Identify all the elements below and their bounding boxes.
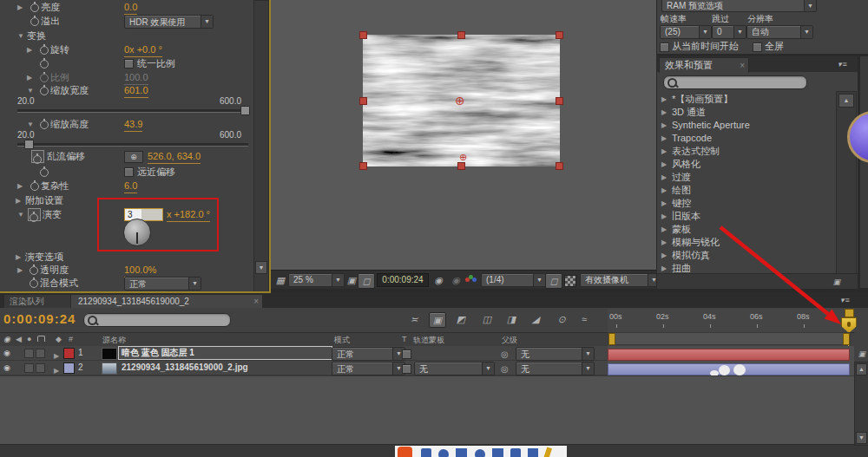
effects-category[interactable]: 模拟仿真 <box>672 249 710 262</box>
overflow-dropdown[interactable]: HDR 效果使用 <box>124 15 214 29</box>
mode-dropdown[interactable]: 正常 <box>332 362 405 375</box>
slider-thumb[interactable] <box>240 106 250 115</box>
expand-panel-icon[interactable]: ▦ <box>273 273 288 287</box>
stopwatch-icon[interactable] <box>40 121 49 129</box>
parent-dropdown[interactable]: 无 <box>516 347 595 361</box>
expand-icon[interactable] <box>661 210 667 223</box>
collapse-icon[interactable] <box>17 208 24 221</box>
expand-icon[interactable] <box>661 223 667 236</box>
uniform-scale-checkbox[interactable] <box>124 59 134 69</box>
effects-category[interactable]: Synthetic Aperture <box>672 119 750 132</box>
effect-controls-scrollbar[interactable] <box>253 0 269 293</box>
expand-icon[interactable] <box>17 180 23 193</box>
switch-cell[interactable] <box>24 349 34 358</box>
effects-category[interactable]: 过渡 <box>672 171 691 184</box>
effects-category[interactable]: 旧版本 <box>672 210 700 223</box>
pickwhip-icon[interactable]: ◎ <box>501 348 509 362</box>
comp-marker[interactable] <box>845 309 854 317</box>
preview-resolution-dropdown[interactable]: 自动 <box>746 25 813 39</box>
visibility-toggle-icon[interactable] <box>3 361 10 375</box>
effects-category[interactable]: Trapcode <box>672 132 712 145</box>
snapshot-camera-icon[interactable]: ◉ <box>431 273 446 287</box>
draft-3d-icon[interactable]: ◩ <box>453 312 469 326</box>
expand-icon[interactable] <box>661 93 667 106</box>
property-value[interactable]: 601.0 <box>124 84 148 98</box>
property-value[interactable]: 43.9 <box>124 118 142 132</box>
switch-cell[interactable] <box>24 363 34 373</box>
scale-width-slider[interactable] <box>17 109 248 113</box>
expand-icon[interactable] <box>661 106 667 119</box>
show-snapshot-icon[interactable]: ◉ <box>448 273 464 287</box>
comp-button-icon[interactable]: ▣ <box>854 347 868 361</box>
layer-handle[interactable] <box>457 31 465 39</box>
preserve-transparency-checkbox[interactable] <box>402 349 411 359</box>
target-region-icon[interactable]: ◻ <box>545 273 562 289</box>
stopwatch-icon[interactable] <box>40 46 49 55</box>
perspective-offset-checkbox[interactable] <box>124 167 134 177</box>
brainstorm-icon[interactable]: ◢ <box>528 312 543 326</box>
property-value[interactable]: 100.0% <box>124 264 156 277</box>
expand-icon[interactable] <box>661 119 667 132</box>
panel-menu-icon[interactable] <box>838 60 848 69</box>
anchor-point-icon[interactable]: ⊕ <box>455 94 465 108</box>
effects-category[interactable]: 风格化 <box>672 158 700 171</box>
label-color-swatch[interactable] <box>63 362 75 374</box>
slider-thumb[interactable] <box>24 140 34 149</box>
collapse-icon[interactable] <box>27 84 34 97</box>
mode-dropdown[interactable]: 正常 <box>332 347 405 361</box>
pickwhip-icon[interactable]: ◎ <box>501 362 509 376</box>
auto-keyframe-icon[interactable]: ⊙ <box>554 312 569 326</box>
switch-cell[interactable] <box>36 349 45 358</box>
expand-icon[interactable] <box>661 184 667 197</box>
collapse-icon[interactable] <box>27 118 34 131</box>
timeline-menu-icon[interactable] <box>840 296 851 304</box>
work-area-bar[interactable] <box>608 332 851 345</box>
layer-handle[interactable] <box>359 162 367 170</box>
layer-row-2[interactable]: 2 21290934_131845619000_2.jpg 正常 无 ◎ 无 <box>0 361 608 375</box>
current-timecode[interactable]: 0:00:09:24 <box>3 311 76 326</box>
channel-blue-dot[interactable] <box>472 277 477 282</box>
expand-icon[interactable] <box>661 171 667 184</box>
time-ruler[interactable]: 00s 02s 04s 06s 08s <box>608 309 854 333</box>
evolution-dial[interactable] <box>123 219 151 246</box>
layer-handle[interactable] <box>359 31 367 39</box>
scroll-up-button[interactable] <box>856 363 867 375</box>
timeline-scrollbar[interactable] <box>854 362 868 446</box>
expand-icon[interactable] <box>661 262 667 273</box>
layer-handle[interactable] <box>556 31 563 39</box>
stopwatch-box-icon[interactable] <box>31 150 44 163</box>
expand-icon[interactable] <box>661 236 667 249</box>
stopwatch-box-icon[interactable] <box>28 208 41 221</box>
panel-edge-strip[interactable] <box>859 56 868 288</box>
layer-bar-solid[interactable] <box>608 349 850 361</box>
live-update-icon[interactable]: ▣ <box>429 312 446 328</box>
effects-search-input[interactable] <box>663 75 807 89</box>
track-matte-dropdown[interactable]: 无 <box>414 362 495 375</box>
effects-category[interactable]: *【动画预置】 <box>672 93 733 106</box>
work-area-start[interactable] <box>608 333 615 345</box>
stopwatch-icon[interactable] <box>40 168 49 177</box>
property-value[interactable]: 0.0 <box>124 1 137 15</box>
layer-anchor-icon[interactable]: ⊕ <box>459 152 467 163</box>
active-camera-dropdown[interactable]: 有效摄像机 <box>580 273 656 287</box>
effects-category[interactable]: 蒙板 <box>672 223 691 236</box>
effects-category[interactable]: 绘图 <box>672 184 691 197</box>
expand-icon[interactable] <box>27 43 32 56</box>
preserve-transparency-checkbox[interactable] <box>402 364 411 374</box>
close-icon[interactable] <box>740 58 745 73</box>
layer-name-selected[interactable]: 暗色 蓝色 固态层 1 <box>118 346 332 360</box>
graph-editor-icon[interactable]: ≈ <box>576 312 592 326</box>
viewer-timecode[interactable]: 0:00:09:24 <box>377 273 429 287</box>
expand-icon[interactable] <box>16 251 21 264</box>
close-icon[interactable] <box>253 295 259 308</box>
collapse-icon[interactable] <box>17 29 24 42</box>
motion-blur-icon[interactable]: ◨ <box>503 312 519 326</box>
layer-handle[interactable] <box>556 162 563 170</box>
stopwatch-icon[interactable] <box>30 182 39 191</box>
expand-icon[interactable] <box>16 194 21 207</box>
frame-blend-icon[interactable]: ◫ <box>479 312 495 326</box>
effects-category[interactable]: 模糊与锐化 <box>672 236 720 249</box>
skip-dropdown[interactable]: 0 <box>712 25 746 39</box>
stopwatch-icon[interactable] <box>40 87 49 95</box>
expand-icon[interactable] <box>17 264 23 277</box>
